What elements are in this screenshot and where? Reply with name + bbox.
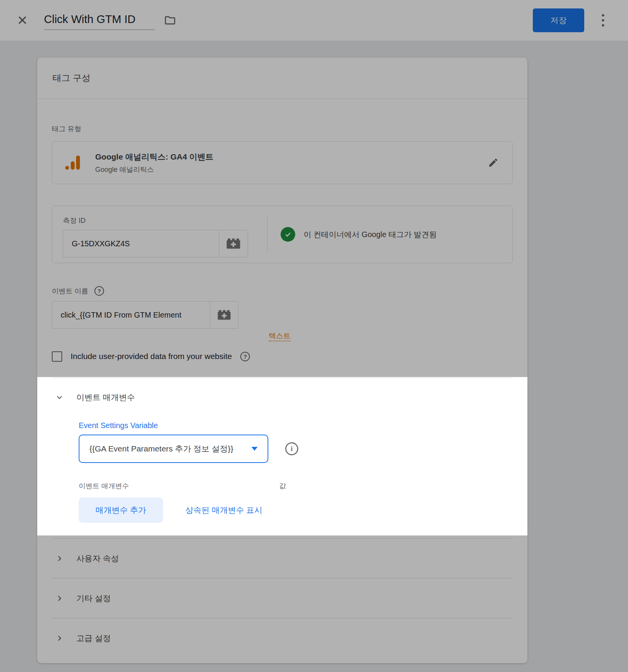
- event-name-input[interactable]: [52, 301, 210, 329]
- check-circle-icon: [281, 227, 295, 242]
- tag-type-text: Google 애널리틱스: GA4 이벤트 Google 애널리틱스: [95, 152, 213, 174]
- tag-configuration-card: 태그 구성 태그 유형 Google 애널리틱스: GA4 이벤트 Google…: [37, 58, 527, 663]
- text-mode-toggle[interactable]: 텍스트: [269, 332, 291, 341]
- measurement-id-label: 측정 ID: [63, 216, 267, 225]
- dropdown-caret-icon: [251, 447, 258, 451]
- user-data-label: Include user-provided data from your web…: [71, 352, 232, 361]
- folder-icon[interactable]: [164, 14, 176, 26]
- esv-label: Event Settings Variable: [79, 421, 513, 430]
- esv-selected-value: {{GA Event Parameters 추가 정보 설정}}: [89, 443, 233, 454]
- section-label: 고급 설정: [76, 633, 111, 644]
- measurement-id-input[interactable]: [63, 230, 219, 257]
- event-name-label: 이벤트 이름: [52, 287, 88, 296]
- param-column-header: 이벤트 매개변수: [79, 481, 129, 491]
- esv-dropdown[interactable]: {{GA Event Parameters 추가 정보 설정}}: [79, 435, 268, 463]
- top-bar: ✕ Click With GTM ID 저장: [0, 0, 628, 41]
- section-label: 사용자 속성: [76, 553, 119, 564]
- variable-picker-button[interactable]: [219, 230, 248, 257]
- card-title: 태그 구성: [37, 58, 527, 99]
- chevron-right-icon: [55, 634, 64, 643]
- tag-type-name: Google 애널리틱스: GA4 이벤트: [95, 152, 213, 162]
- google-tag-status: 이 컨테이너에서 Google 태그가 발견됨: [268, 206, 512, 263]
- section-user-properties[interactable]: 사용자 속성: [52, 538, 513, 578]
- lego-brick-icon: [217, 310, 231, 320]
- add-parameter-button[interactable]: 매개변수 추가: [79, 497, 163, 523]
- measurement-id-left: 측정 ID: [52, 206, 267, 263]
- tag-type-box[interactable]: Google 애널리틱스: GA4 이벤트 Google 애널리틱스: [52, 141, 513, 184]
- lego-brick-icon: [226, 238, 241, 249]
- chevron-right-icon: [55, 594, 64, 603]
- tag-type-label: 태그 유형: [52, 124, 513, 133]
- show-inherited-link[interactable]: 상속된 매개변수 표시: [185, 505, 263, 516]
- save-button[interactable]: 저장: [533, 8, 584, 32]
- help-icon[interactable]: ?: [94, 286, 104, 296]
- event-parameters-header[interactable]: 이벤트 매개변수: [52, 392, 513, 403]
- tag-type-vendor: Google 애널리틱스: [95, 165, 213, 174]
- help-icon[interactable]: ?: [240, 352, 250, 361]
- section-more-settings[interactable]: 기타 설정: [52, 578, 513, 618]
- info-icon[interactable]: i: [285, 442, 298, 455]
- measurement-id-box: 측정 ID: [52, 206, 513, 263]
- google-tag-found-text: 이 컨테이너에서 Google 태그가 발견됨: [304, 229, 437, 240]
- chevron-down-icon: [55, 393, 64, 402]
- section-advanced-settings[interactable]: 고급 설정: [52, 618, 513, 658]
- user-data-checkbox[interactable]: [52, 351, 62, 362]
- event-parameters-section: 이벤트 매개변수 Event Settings Variable {{GA Ev…: [52, 378, 513, 538]
- tag-title-input[interactable]: Click With GTM ID: [44, 11, 155, 30]
- chevron-right-icon: [55, 554, 64, 563]
- value-column-header: 값: [279, 481, 286, 491]
- close-icon[interactable]: ✕: [17, 14, 28, 27]
- google-analytics-icon: [64, 154, 81, 171]
- section-label: 기타 설정: [76, 593, 111, 604]
- event-parameters-title: 이벤트 매개변수: [76, 392, 135, 403]
- card-body: 태그 유형 Google 애널리틱스: GA4 이벤트 Google 애널리틱스…: [37, 99, 527, 663]
- kebab-menu-icon[interactable]: [600, 12, 607, 29]
- edit-pencil-icon[interactable]: [486, 155, 501, 170]
- variable-picker-button[interactable]: [210, 301, 238, 329]
